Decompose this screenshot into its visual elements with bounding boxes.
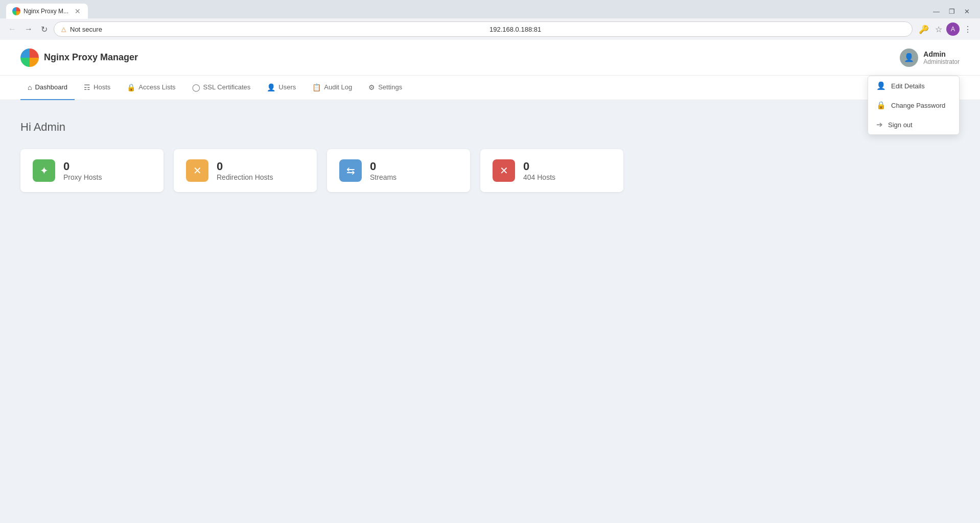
settings-icon: ⚙: [368, 83, 375, 91]
nav-label-access-lists: Access Lists: [138, 83, 175, 91]
app-header: Nginx Proxy Manager 👤 Admin Administrato…: [0, 40, 980, 76]
sidebar-item-ssl-certificates[interactable]: ◯ SSL Certificates: [185, 76, 258, 100]
window-restore-button[interactable]: ❐: [945, 7, 959, 16]
app-footer: v2.12.2 © 2024 jc21.com. Theme by Tabler…: [0, 521, 980, 523]
window-minimize-button[interactable]: —: [929, 7, 944, 16]
window-controls: — ❐ ✕: [929, 7, 974, 16]
address-bar[interactable]: △ Not secure 192.168.0.188:81: [54, 21, 913, 37]
streams-info: 0 Streams: [370, 160, 396, 181]
nav-label-users: Users: [278, 83, 296, 91]
nav-label-dashboard: Dashboard: [35, 83, 67, 91]
dashboard-icon: ⌂: [28, 83, 32, 91]
toolbar-actions: 🔑 ☆ A ⋮: [917, 22, 974, 36]
users-icon: 👤: [267, 83, 275, 91]
404-hosts-info: 0 404 Hosts: [523, 160, 555, 181]
app-nav: ⌂ Dashboard ☶ Hosts 🔒 Access Lists ◯ SSL…: [0, 76, 980, 100]
hosts-icon: ☶: [84, 83, 90, 91]
nav-label-hosts: Hosts: [94, 83, 110, 91]
browser-chrome: Nginx Proxy M... ✕ — ❐ ✕ ← → ↻ △ Not sec…: [0, 0, 980, 40]
user-role: Administrator: [923, 58, 960, 65]
app-wrapper: Nginx Proxy Manager 👤 Admin Administrato…: [0, 40, 980, 523]
window-close-button[interactable]: ✕: [960, 7, 974, 16]
redirection-hosts-info: 0 Redirection Hosts: [217, 160, 273, 181]
user-info: Admin Administrator: [923, 50, 960, 65]
user-dropdown-menu: 👤 Edit Details 🔒 Change Password ➔ Sign …: [868, 76, 960, 135]
sidebar-item-audit-log[interactable]: 📋 Audit Log: [305, 76, 359, 100]
browser-tab-active[interactable]: Nginx Proxy M... ✕: [6, 4, 88, 19]
main-content: Hi Admin ✦ 0 Proxy Hosts ✕ 0 Redirection…: [0, 100, 980, 521]
page-greeting: Hi Admin: [20, 121, 960, 134]
streams-label: Streams: [370, 173, 396, 181]
change-password-item[interactable]: 🔒 Change Password: [868, 96, 959, 115]
bookmark-button[interactable]: ☆: [933, 22, 944, 36]
streams-count: 0: [370, 160, 396, 173]
security-icon: △: [61, 26, 66, 33]
key-icon-button[interactable]: 🔑: [917, 22, 931, 36]
redirection-hosts-icon: ✕: [186, 159, 208, 182]
proxy-hosts-card[interactable]: ✦ 0 Proxy Hosts: [20, 149, 164, 192]
app-logo: Nginx Proxy Manager: [20, 49, 138, 67]
sign-out-label: Sign out: [888, 121, 913, 129]
user-name: Admin: [923, 50, 960, 58]
proxy-hosts-label: Proxy Hosts: [63, 173, 102, 181]
address-text: 192.168.0.188:81: [489, 26, 905, 33]
404-hosts-count: 0: [523, 160, 555, 173]
proxy-hosts-count: 0: [63, 160, 102, 173]
redirection-hosts-card[interactable]: ✕ 0 Redirection Hosts: [174, 149, 317, 192]
more-button[interactable]: ⋮: [962, 22, 974, 36]
sidebar-item-settings[interactable]: ⚙ Settings: [361, 76, 409, 100]
sign-out-item[interactable]: ➔ Sign out: [868, 115, 959, 134]
nav-label-settings: Settings: [378, 83, 402, 91]
user-avatar: 👤: [900, 49, 918, 67]
404-hosts-label: 404 Hosts: [523, 173, 555, 181]
forward-button[interactable]: →: [22, 22, 35, 36]
edit-details-item[interactable]: 👤 Edit Details: [868, 76, 959, 96]
logo-text: Nginx Proxy Manager: [44, 52, 138, 63]
redirection-hosts-label: Redirection Hosts: [217, 173, 273, 181]
security-label: Not secure: [70, 26, 485, 33]
sidebar-item-dashboard[interactable]: ⌂ Dashboard: [20, 76, 75, 100]
streams-card[interactable]: ⇆ 0 Streams: [327, 149, 470, 192]
edit-details-icon: 👤: [876, 81, 886, 90]
browser-titlebar: Nginx Proxy M... ✕ — ❐ ✕: [0, 0, 980, 18]
proxy-hosts-info: 0 Proxy Hosts: [63, 160, 102, 181]
404-hosts-card[interactable]: ✕ 0 404 Hosts: [480, 149, 623, 192]
ssl-icon: ◯: [192, 83, 200, 91]
browser-toolbar: ← → ↻ △ Not secure 192.168.0.188:81 🔑 ☆ …: [0, 18, 980, 40]
user-menu-button[interactable]: 👤 Admin Administrator: [900, 49, 960, 67]
profile-button[interactable]: A: [946, 22, 960, 36]
tab-title: Nginx Proxy M...: [24, 8, 71, 15]
change-password-label: Change Password: [891, 102, 945, 109]
reload-button[interactable]: ↻: [39, 22, 50, 36]
sidebar-item-users[interactable]: 👤 Users: [260, 76, 303, 100]
redirection-hosts-count: 0: [217, 160, 273, 173]
sign-out-icon: ➔: [876, 120, 883, 129]
tab-favicon-icon: [12, 7, 20, 15]
proxy-hosts-icon: ✦: [33, 159, 55, 182]
sidebar-item-hosts[interactable]: ☶ Hosts: [77, 76, 118, 100]
audit-log-icon: 📋: [312, 83, 321, 91]
404-hosts-icon: ✕: [493, 159, 515, 182]
streams-icon: ⇆: [339, 159, 362, 182]
tab-close-button[interactable]: ✕: [74, 7, 82, 15]
edit-details-label: Edit Details: [891, 82, 925, 90]
sidebar-item-access-lists[interactable]: 🔒 Access Lists: [120, 76, 182, 100]
nav-label-audit-log: Audit Log: [324, 83, 352, 91]
access-lists-icon: 🔒: [127, 83, 135, 91]
logo-icon: [20, 49, 39, 67]
nav-label-ssl: SSL Certificates: [203, 83, 251, 91]
stats-cards-grid: ✦ 0 Proxy Hosts ✕ 0 Redirection Hosts ⇆ …: [20, 149, 960, 192]
lock-icon: 🔒: [876, 101, 886, 110]
back-button[interactable]: ←: [6, 22, 18, 36]
